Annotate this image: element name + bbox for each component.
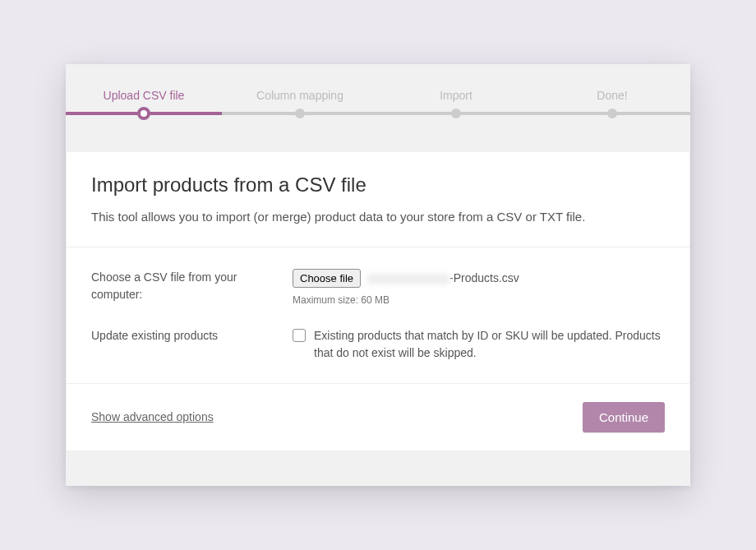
step-dot <box>295 109 305 118</box>
update-field-row: Update existing products Existing produc… <box>91 327 665 362</box>
card-body: Choose a CSV file from your computer: Ch… <box>67 247 689 383</box>
step-upload[interactable]: Upload CSV file <box>66 89 222 113</box>
step-label: Column mapping <box>222 89 378 102</box>
step-dot <box>451 109 461 118</box>
card-title: Import products from a CSV file <box>91 173 665 196</box>
step-label: Import <box>378 89 534 102</box>
continue-button[interactable]: Continue <box>583 402 665 432</box>
import-card: Import products from a CSV file This too… <box>66 151 690 451</box>
update-field-label: Update existing products <box>91 327 293 362</box>
step-dot <box>137 107 150 120</box>
file-field-label: Choose a CSV file from your computer: <box>91 269 293 306</box>
show-advanced-link[interactable]: Show advanced options <box>91 410 214 423</box>
filename-suffix: -Products.csv <box>449 271 519 284</box>
redacted-filename-prefix <box>367 274 449 284</box>
file-picker: Choose file -Products.csv <box>293 269 665 288</box>
step-label: Upload CSV file <box>66 89 222 102</box>
file-field-control: Choose file -Products.csv Maximum size: … <box>293 269 665 306</box>
card-description: This tool allows you to import (or merge… <box>91 208 665 227</box>
file-field-row: Choose a CSV file from your computer: Ch… <box>91 269 665 306</box>
progress-stepper: Upload CSV file Column mapping Import Do… <box>66 89 690 128</box>
card-header: Import products from a CSV file This too… <box>67 152 689 247</box>
update-field-control: Existing products that match by ID or SK… <box>293 327 665 362</box>
step-dot <box>607 109 617 118</box>
file-size-hint: Maximum size: 60 MB <box>293 294 665 306</box>
update-checkbox-row: Existing products that match by ID or SK… <box>293 327 665 362</box>
card-footer: Show advanced options Continue <box>67 383 689 451</box>
step-done[interactable]: Done! <box>534 89 690 113</box>
selected-file-name: -Products.csv <box>367 270 519 285</box>
step-mapping[interactable]: Column mapping <box>222 89 378 113</box>
import-panel: Upload CSV file Column mapping Import Do… <box>66 64 690 486</box>
update-existing-checkbox[interactable] <box>293 329 306 342</box>
update-checkbox-description: Existing products that match by ID or SK… <box>314 327 665 362</box>
step-label: Done! <box>534 89 690 102</box>
choose-file-button[interactable]: Choose file <box>293 269 361 288</box>
step-import[interactable]: Import <box>378 89 534 113</box>
